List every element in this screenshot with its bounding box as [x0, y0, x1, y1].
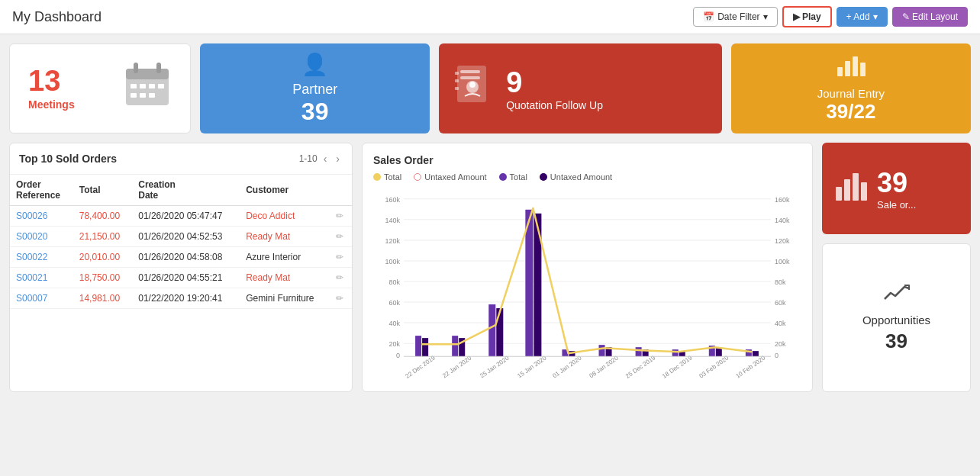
svg-text:25 Jan 2020: 25 Jan 2020: [479, 355, 511, 378]
sale-orders-card[interactable]: 39 Sale or...: [822, 143, 971, 234]
meetings-card[interactable]: 13 Meetings: [9, 43, 191, 133]
opportunities-label: Opportunities: [862, 314, 930, 326]
main-content: 13 Meetings: [0, 34, 980, 401]
chart-area: 160k 140k 120k 100k 80k 60k 40k 20k 0 16…: [373, 188, 801, 381]
svg-text:22 Jan 2020: 22 Jan 2020: [441, 355, 473, 378]
chevron-down-icon: ▾: [763, 11, 768, 22]
svg-text:120k: 120k: [385, 237, 401, 245]
svg-rect-51: [452, 336, 458, 356]
table-row: S00021 18,750.00 01/26/2020 04:55:21 Rea…: [10, 268, 352, 288]
svg-rect-68: [753, 351, 759, 356]
chart-panel: Sales Order Total Untaxed Amount Total U…: [362, 143, 813, 392]
svg-text:20k: 20k: [389, 340, 401, 348]
chart-svg: 160k 140k 120k 100k 80k 60k 40k 20k 0 16…: [373, 188, 801, 378]
svg-text:0: 0: [775, 352, 779, 359]
svg-text:140k: 140k: [385, 217, 401, 224]
table-row: S00020 21,150.00 01/26/2020 04:52:53 Rea…: [10, 227, 352, 247]
meetings-label: Meetings: [28, 98, 75, 111]
svg-rect-61: [636, 347, 642, 356]
order-total: 14,981.00: [73, 288, 133, 309]
orders-table: OrderReference Total CreationDate Custom…: [10, 175, 352, 309]
order-customer: Azure Interior: [240, 247, 330, 268]
quotation-label: Quotation Follow Up: [506, 99, 603, 111]
edit-icon[interactable]: ✏: [330, 268, 352, 288]
svg-text:08 Jan 2020: 08 Jan 2020: [588, 355, 620, 378]
edit-icon[interactable]: ✏: [330, 206, 352, 227]
order-ref[interactable]: S00022: [10, 247, 73, 268]
svg-rect-3: [156, 63, 161, 73]
order-ref[interactable]: S00020: [10, 227, 73, 247]
svg-rect-9: [140, 93, 146, 98]
pagination-range: 1-10: [299, 153, 318, 164]
svg-text:120k: 120k: [775, 237, 790, 245]
quotation-card[interactable]: 9 Quotation Follow Up: [439, 43, 722, 133]
edit-icon[interactable]: ✏: [330, 247, 352, 268]
order-customer: Gemini Furniture: [240, 288, 330, 309]
order-ref[interactable]: S00026: [10, 206, 73, 227]
order-ref[interactable]: S00021: [10, 268, 73, 288]
svg-text:40k: 40k: [775, 320, 786, 327]
col-header-ref: OrderReference: [10, 175, 73, 206]
svg-text:140k: 140k: [775, 217, 790, 224]
partner-card[interactable]: 👤 Partner 39: [200, 43, 430, 133]
svg-rect-7: [158, 84, 164, 88]
meetings-number: 13: [28, 66, 75, 95]
svg-rect-54: [496, 308, 503, 356]
svg-rect-6: [149, 84, 155, 88]
svg-text:01 Jan 2020: 01 Jan 2020: [551, 355, 583, 378]
svg-rect-80: [836, 187, 842, 201]
journal-entry-card[interactable]: Journal Entry 39/22: [731, 43, 971, 133]
prev-page-button[interactable]: ‹: [321, 151, 330, 166]
bar-chart-icon: [834, 169, 868, 209]
svg-text:80k: 80k: [389, 278, 401, 286]
svg-rect-83: [861, 182, 867, 201]
play-button[interactable]: ▶ Play: [782, 6, 832, 27]
svg-rect-66: [716, 348, 722, 356]
svg-text:20k: 20k: [775, 340, 786, 348]
edit-layout-button[interactable]: ✎ Edit Layout: [892, 7, 968, 27]
table-scroll-wrapper: OrderReference Total CreationDate Custom…: [10, 175, 352, 309]
order-date: 01/22/2020 19:20:41: [132, 288, 240, 309]
svg-rect-4: [131, 84, 137, 88]
legend-total-line: Total: [373, 172, 401, 182]
order-date: 01/26/2020 04:52:53: [132, 227, 240, 247]
svg-rect-2: [134, 63, 138, 73]
svg-rect-63: [672, 349, 679, 356]
legend-untaxed-bar: Untaxed Amount: [540, 172, 612, 182]
opportunities-card[interactable]: Opportunities 39: [822, 243, 971, 392]
svg-rect-53: [488, 304, 495, 356]
svg-point-15: [469, 82, 475, 88]
top-cards-row: 13 Meetings: [9, 43, 971, 133]
svg-rect-18: [455, 87, 459, 90]
partner-title: Partner: [292, 82, 337, 98]
right-panels: 39 Sale or... Opportunities 39: [822, 143, 971, 392]
col-header-action: [330, 175, 352, 206]
date-filter-button[interactable]: 📅 Date Filter ▾: [693, 7, 777, 27]
svg-text:60k: 60k: [389, 299, 401, 307]
bottom-row: Top 10 Sold Orders 1-10 ‹ › OrderReferen…: [9, 143, 971, 392]
order-ref[interactable]: S00007: [10, 288, 73, 309]
col-header-customer: Customer: [240, 175, 330, 206]
edit-icon[interactable]: ✏: [330, 227, 352, 247]
table-header: Top 10 Sold Orders 1-10 ‹ ›: [10, 143, 352, 175]
pagination: 1-10 ‹ ›: [299, 151, 343, 166]
table-row: S00007 14,981.00 01/22/2020 19:20:41 Gem…: [10, 288, 352, 309]
svg-rect-10: [149, 93, 155, 98]
svg-text:03 Feb 2020: 03 Feb 2020: [698, 354, 730, 378]
svg-text:160k: 160k: [775, 196, 790, 204]
legend-total-bar: Total: [499, 172, 527, 182]
edit-icon[interactable]: ✏: [330, 288, 352, 309]
col-header-total: Total: [73, 175, 133, 206]
order-total: 78,400.00: [73, 206, 133, 227]
journal-title: Journal Entry: [817, 87, 885, 100]
legend-untaxed-line: Untaxed Amount: [414, 172, 486, 182]
svg-rect-82: [853, 173, 859, 201]
svg-rect-81: [844, 179, 850, 201]
svg-rect-20: [845, 61, 850, 76]
next-page-button[interactable]: ›: [333, 151, 343, 166]
quotation-number: 9: [506, 66, 603, 99]
person-icon: 👤: [301, 52, 328, 77]
add-button[interactable]: + Add ▾: [837, 7, 888, 27]
contact-book-icon: [451, 63, 494, 114]
svg-rect-17: [455, 79, 459, 82]
